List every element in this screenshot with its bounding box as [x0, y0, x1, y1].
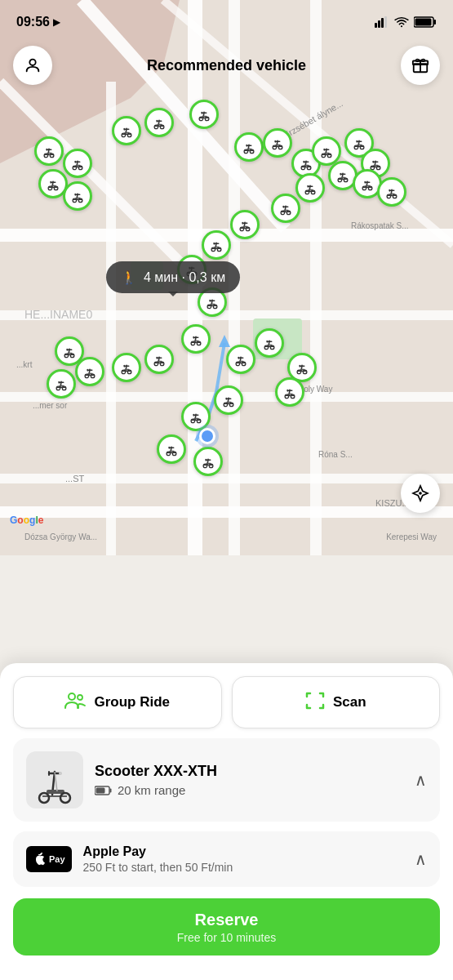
svg-point-213	[91, 374, 95, 378]
svg-point-87	[278, 145, 282, 149]
scooter-marker[interactable]	[144, 345, 174, 374]
scooter-marker[interactable]	[193, 447, 223, 476]
svg-point-88	[273, 145, 277, 149]
payment-details: Apple Pay 250 Ft to start, then 50 Ft/mi…	[83, 844, 233, 874]
road-label-left: Dózsa György Wa...	[24, 532, 97, 541]
svg-point-39	[154, 125, 158, 129]
svg-point-137	[387, 194, 391, 198]
location-button[interactable]	[401, 474, 440, 513]
scooter-marker[interactable]	[157, 434, 186, 464]
svg-point-38	[160, 125, 164, 129]
scooter-marker[interactable]	[34, 136, 64, 166]
svg-text:...krt: ...krt	[16, 360, 33, 369]
svg-point-193	[154, 362, 158, 366]
scooter-marker[interactable]	[255, 328, 284, 358]
location-icon: ▶	[53, 16, 60, 28]
svg-point-32	[122, 133, 126, 137]
svg-point-270	[167, 452, 171, 456]
action-row: Group Ride Scan	[0, 663, 453, 738]
gift-icon	[411, 56, 429, 74]
scooter-marker[interactable]	[263, 128, 292, 158]
payment-card: Pay Apple Pay 250 Ft to start, then 50 F…	[13, 831, 440, 887]
gift-button[interactable]	[401, 46, 440, 85]
scooter-marker[interactable]	[214, 385, 243, 415]
scooter-image	[26, 751, 83, 808]
svg-point-60	[73, 166, 77, 170]
svg-line-298	[55, 772, 57, 791]
battery-icon	[414, 16, 437, 28]
scooter-marker[interactable]	[181, 324, 211, 354]
group-ride-label: Group Ride	[94, 694, 170, 710]
svg-point-186	[191, 341, 195, 345]
scooter-marker[interactable]	[226, 345, 255, 374]
svg-rect-279	[378, 20, 380, 28]
svg-point-221	[56, 386, 60, 390]
svg-rect-278	[375, 23, 377, 28]
svg-point-164	[217, 247, 221, 252]
scooter-marker[interactable]	[275, 377, 304, 407]
reserve-button[interactable]: Reserve Free for 10 minutes	[13, 898, 440, 956]
svg-point-262	[197, 419, 201, 423]
svg-point-158	[240, 227, 244, 231]
group-ride-icon	[64, 692, 86, 714]
group-ride-button[interactable]: Group Ride	[13, 676, 222, 728]
svg-point-52	[50, 154, 54, 158]
payment-chevron-up[interactable]: ∧	[415, 849, 427, 869]
vehicle-card: Scooter XXX-XTH 20 km range ∧	[13, 738, 440, 822]
scan-button[interactable]: Scan	[232, 676, 441, 728]
header-title: Recommended vehicle	[147, 57, 306, 74]
wifi-icon	[394, 16, 409, 28]
scooter-marker[interactable]	[112, 116, 141, 145]
svg-point-234	[270, 345, 274, 350]
scooter-marker[interactable]	[181, 402, 211, 431]
scooter-marker[interactable]	[47, 369, 76, 399]
walk-tooltip: 🚶 4 мин · 0,3 км	[106, 261, 240, 293]
payment-info: Pay Apple Pay 250 Ft to start, then 50 F…	[26, 844, 233, 874]
apple-icon	[33, 852, 47, 866]
scooter-marker[interactable]	[230, 210, 260, 239]
svg-point-228	[236, 362, 240, 366]
svg-text:...mer sor: ...mer sor	[33, 401, 68, 410]
scooter-marker[interactable]	[75, 357, 104, 386]
svg-point-143	[311, 190, 315, 194]
svg-point-178	[213, 305, 217, 309]
svg-rect-301	[110, 788, 112, 792]
scooter-marker[interactable]	[234, 132, 264, 162]
svg-point-81	[244, 149, 248, 154]
svg-point-151	[281, 211, 285, 215]
svg-point-59	[78, 166, 82, 170]
scooter-marker[interactable]	[63, 181, 92, 211]
scooter-marker[interactable]	[144, 108, 174, 137]
reserve-sublabel: Free for 10 minutes	[177, 931, 276, 944]
svg-rect-283	[434, 20, 437, 24]
scooter-marker[interactable]	[271, 194, 300, 223]
svg-point-150	[286, 211, 291, 215]
svg-point-297	[39, 793, 49, 803]
scooter-marker[interactable]	[189, 100, 219, 129]
scan-label: Scan	[333, 694, 366, 710]
svg-point-192	[160, 362, 164, 366]
signal-icon	[375, 16, 389, 28]
svg-text:Róna S...: Róna S...	[318, 450, 353, 459]
svg-point-130	[362, 186, 366, 190]
svg-point-256	[224, 403, 228, 407]
svg-point-101	[327, 154, 331, 158]
svg-point-102	[322, 154, 326, 158]
svg-rect-280	[381, 18, 384, 28]
svg-point-165	[211, 247, 215, 252]
scooter-marker[interactable]	[112, 353, 141, 382]
svg-point-80	[250, 149, 254, 154]
vehicle-name: Scooter XXX-XTH	[95, 763, 217, 780]
svg-point-46	[199, 117, 203, 121]
svg-point-157	[246, 227, 250, 231]
svg-point-227	[242, 362, 246, 366]
road-label-right: Kerepesi Way	[386, 532, 437, 541]
svg-point-74	[73, 198, 77, 203]
walk-distance: 4 мин · 0,3 км	[144, 270, 225, 285]
scooter-marker[interactable]	[377, 177, 406, 207]
svg-point-67	[48, 186, 52, 190]
svg-point-53	[44, 154, 48, 158]
profile-button[interactable]	[13, 46, 52, 85]
svg-point-109	[354, 145, 358, 149]
vehicle-chevron-up[interactable]: ∧	[415, 770, 427, 790]
